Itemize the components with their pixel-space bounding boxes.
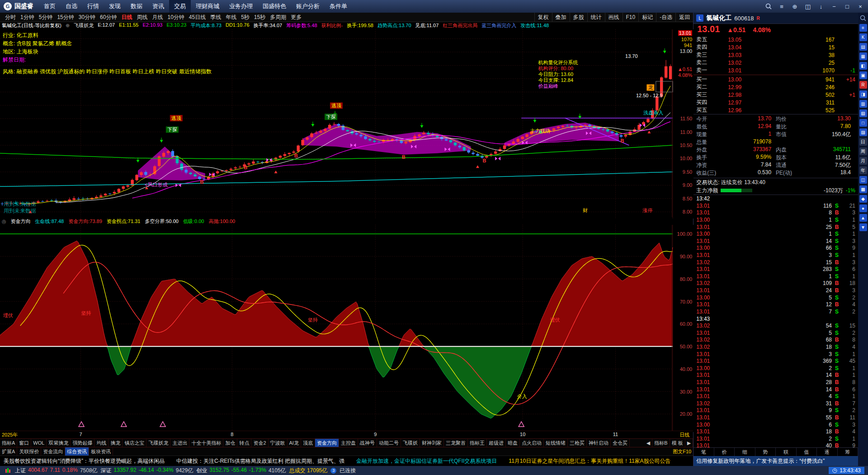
indicator-tab-0[interactable]: 指标A — [0, 439, 17, 447]
period-2[interactable]: 5分钟 — [37, 13, 55, 22]
menu-item-10[interactable]: 账户分析 — [291, 0, 325, 13]
menu-item-5[interactable]: 资讯 — [147, 0, 169, 13]
indicator-tab-5[interactable]: 均线 — [94, 439, 108, 447]
strip-icon-7[interactable]: ◨ — [859, 90, 867, 98]
period-1[interactable]: 1分钟 — [18, 13, 37, 22]
f10-button[interactable]: 图文F10 — [671, 447, 693, 456]
strip-icon-8[interactable]: ▥ — [859, 100, 867, 108]
indicator-tab-right-0[interactable]: 指标B — [652, 439, 670, 447]
menu-item-9[interactable]: 国盛特色 — [258, 0, 291, 13]
indicator-tab-7[interactable]: 镇店之宝 — [123, 439, 146, 447]
strip-icon-6[interactable]: R — [859, 81, 867, 89]
extension-tab-1[interactable]: 关联报价 — [17, 447, 41, 456]
grid-menu-icon[interactable]: ≡ — [778, 2, 786, 10]
strip-icon-4[interactable]: ◧ — [859, 62, 867, 70]
tabs-scroll-left-icon[interactable]: ◀ — [645, 439, 652, 447]
market-chart-icon[interactable] — [4, 466, 12, 475]
indicator-tab-23[interactable]: 三龙聚首 — [444, 439, 468, 447]
indicator-tab-21[interactable]: 飞碟妖 — [401, 439, 420, 447]
indicator-tab-10[interactable]: 十全十美指标 — [189, 439, 223, 447]
search-icon[interactable] — [764, 2, 773, 10]
news-item-2[interactable]: 金融开放加速，金证中标国信证券新一代QFII交易系统项目 — [356, 457, 497, 465]
toolbar-button-7[interactable]: -自选 — [656, 13, 675, 22]
strip-search-icon[interactable] — [859, 14, 867, 22]
strip-icon-1[interactable]: K — [859, 33, 867, 41]
toolbar-button-6[interactable]: 标记 — [638, 13, 656, 22]
period-12[interactable]: 年线 — [223, 13, 239, 22]
menu-item-1[interactable]: 自选 — [61, 0, 82, 13]
strip-icon-14[interactable]: 月 — [859, 157, 867, 165]
news-item-1[interactable]: 中信建投：关注C-REITs供需格局及政策红利 把握抗周期、提景气、强 — [176, 457, 344, 465]
extension-tab-3[interactable]: 综合资讯 — [65, 447, 89, 456]
tick-list[interactable]: 13:4213.01116S2113.018B313.001S113.0125B… — [693, 195, 858, 447]
close-icon[interactable]: × — [856, 2, 864, 10]
add-panel-icon[interactable]: ⊕ — [791, 2, 799, 10]
menu-item-3[interactable]: 发现 — [104, 0, 126, 13]
strip-icon-2[interactable]: ▤ — [859, 43, 867, 51]
news-item-3[interactable]: 11月10日证券之星午间消息汇总：事关并购重组！11家A股公司公告 — [509, 457, 670, 465]
strip-icon-5[interactable]: ▣ — [859, 71, 867, 79]
period-10[interactable]: 45日线 — [187, 13, 208, 22]
indicator-tab-18[interactable]: 主控盘 — [339, 439, 358, 447]
toolbar-button-3[interactable]: 统计 — [587, 13, 605, 22]
quote-bottom-tab-3[interactable]: 势 — [755, 448, 776, 456]
strip-icon-10[interactable]: □ — [859, 119, 867, 127]
indicator-tab-2[interactable]: WOL — [31, 439, 47, 447]
strip-icon-3[interactable]: ▦ — [859, 52, 867, 60]
news-item-0[interactable]: 美股餐饮投资逻辑转向“消费降级”：平价快餐逆势崛起，高端休闲品 — [4, 457, 165, 465]
download-icon[interactable]: ↓ — [817, 2, 825, 10]
indicator-tab-27[interactable]: 点火启动 — [520, 439, 544, 447]
indicator-tab-19[interactable]: 战神号 — [358, 439, 377, 447]
index-quote-1[interactable]: 深证13357.92-46.14-0.34%9429亿 — [101, 467, 193, 475]
toolbar-button-8[interactable]: 返回 — [675, 13, 693, 22]
menu-item-2[interactable]: 行情 — [82, 0, 104, 13]
indicator-tab-1[interactable]: 窗口 — [17, 439, 31, 447]
indicator-tab-22[interactable]: 财神到家 — [420, 439, 444, 447]
period-5[interactable]: 60分钟 — [98, 13, 119, 22]
collapse-icon[interactable]: ⊕ — [66, 23, 70, 28]
menu-item-0[interactable]: 首页 — [39, 0, 61, 13]
toolbar-button-5[interactable]: F10 — [623, 13, 639, 22]
indicator-tab-4[interactable]: 强势起爆 — [71, 439, 94, 447]
strip-icon-19[interactable]: ● — [859, 204, 867, 212]
strip-icon-15[interactable]: 年 — [859, 166, 867, 174]
period-14[interactable]: 15秒 — [252, 13, 268, 22]
toolbar-button-1[interactable]: 叠加 — [552, 13, 570, 22]
menu-item-11[interactable]: 条件单 — [325, 0, 352, 13]
menu-item-6[interactable]: 交易 — [169, 0, 191, 13]
indicator-tab-3[interactable]: 双紫擒龙 — [47, 439, 71, 447]
strip-icon-9[interactable]: ▧ — [859, 109, 867, 117]
period-15[interactable]: 多周期 — [268, 13, 288, 22]
main-chart[interactable]: BBBBBB逃顶下探逃顶下探<风口形成主力联动洗盘杀入龙13.7012.50 -… — [0, 29, 693, 217]
indicator-tab-26[interactable]: 暗盘 — [506, 439, 520, 447]
quote-bottom-tab-0[interactable]: 笔 — [693, 448, 714, 456]
indicator-tab-15[interactable]: AI龙 — [288, 439, 301, 447]
quote-bottom-tab-1[interactable]: 价 — [714, 448, 735, 456]
period-13[interactable]: 5秒 — [239, 13, 252, 22]
sub-chart[interactable]: 埋伏坚持坚持埋伏介入 100.0090.0080.0070.0060.0050.… — [0, 225, 693, 431]
toolbar-button-2[interactable]: 多股 — [570, 13, 587, 22]
indicator-tab-11[interactable]: 加仓 — [223, 439, 237, 447]
extension-tab-2[interactable]: 资金流向 — [41, 447, 65, 456]
indicator-tab-16[interactable]: 顶底 — [301, 439, 315, 447]
indicator-tab-31[interactable]: 全仓买 — [611, 439, 630, 447]
clock-chip[interactable]: 13:43:43 — [829, 467, 864, 474]
index-quote-2[interactable]: 创业3152.75-55.46-1.73%4105亿 — [196, 467, 286, 475]
quote-bottom-tab-4[interactable]: 联 — [776, 448, 796, 456]
period-3[interactable]: 15分钟 — [55, 13, 76, 22]
quote-bottom-tab-5[interactable]: 值 — [797, 448, 817, 456]
toolbar-button-0[interactable]: 复权 — [534, 13, 552, 22]
news-highlight[interactable]: 信用修复新政明年落地，广发卡善意提示：“付费洗白” — [693, 456, 858, 466]
minimize-icon[interactable]: − — [830, 2, 838, 10]
period-8[interactable]: 月线 — [150, 13, 165, 22]
strip-icon-21[interactable]: ▼ — [859, 223, 867, 231]
indicator-tab-30[interactable]: 神针启动 — [587, 439, 611, 447]
toolbar-button-4[interactable]: 画线 — [605, 13, 623, 22]
extension-tab-4[interactable]: 板块资讯 — [89, 447, 113, 456]
period-11[interactable]: 季线 — [208, 13, 223, 22]
period-16[interactable]: 更多 — [288, 13, 304, 22]
quote-bottom-tab-6[interactable]: 逐 — [817, 448, 837, 456]
menu-item-8[interactable]: 业务办理 — [224, 0, 258, 13]
period-4[interactable]: 30分钟 — [76, 13, 98, 22]
indicator-tab-14[interactable]: 宁波敢 — [269, 439, 288, 447]
